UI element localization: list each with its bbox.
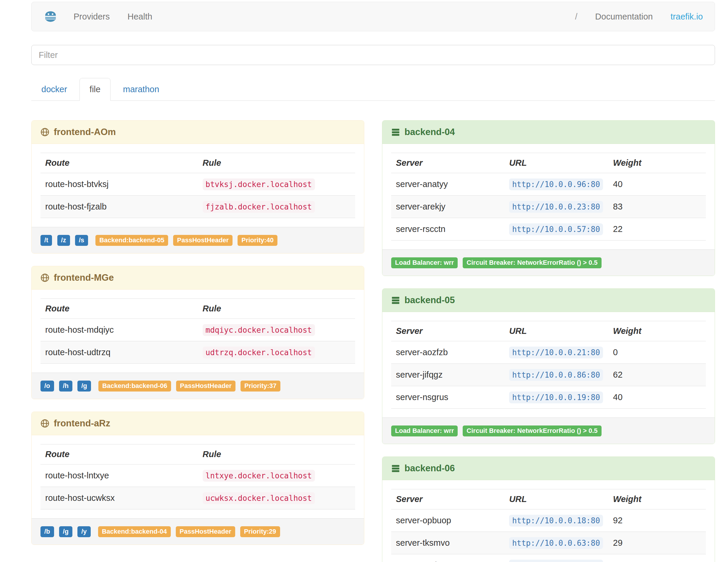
tab-docker[interactable]: docker <box>31 78 77 101</box>
weight-value: 92 <box>608 509 706 532</box>
url-code: http://10.0.0.86:80 <box>509 369 603 381</box>
table-header-row: Route Rule <box>40 444 355 464</box>
weight-value: 57 <box>608 554 706 562</box>
rule-cell: btvksj.docker.localhost <box>198 173 355 196</box>
frontend-panel-body: Route Rule route-host-lntxye lntxye.dock… <box>32 435 364 518</box>
entrypoint-badge: /o <box>40 381 54 392</box>
page: Providers Health / Documentation traefik… <box>31 2 715 562</box>
navbar: Providers Health / Documentation traefik… <box>31 2 715 31</box>
route-row: route-host-fjzalb fjzalb.docker.localhos… <box>40 196 355 218</box>
routes-table: Route Rule route-host-lntxye lntxye.dock… <box>40 444 355 509</box>
entrypoint-badge: /z <box>57 235 70 246</box>
url-cell: http://10.0.0.96:80 <box>504 173 608 196</box>
server-name: server-nsgrus <box>391 386 504 409</box>
tab-marathon[interactable]: marathon <box>113 78 169 101</box>
frontend-panel-body: Route Rule route-host-btvksj btvksj.dock… <box>32 144 364 227</box>
route-name: route-host-lntxye <box>40 464 198 487</box>
nav-traefik-io[interactable]: traefik.io <box>662 12 712 22</box>
passhostheader-badge: PassHostHeader <box>176 526 235 537</box>
priority-badge: Priority:40 <box>238 235 277 246</box>
routes-table: Route Rule route-host-btvksj btvksj.dock… <box>40 153 355 218</box>
weight-value: 62 <box>608 364 706 386</box>
route-column-header: Route <box>40 299 198 319</box>
url-cell: http://10.0.0.63:80 <box>504 532 608 554</box>
entrypoint-badge: /g <box>77 381 91 392</box>
rule-code: lntxye.docker.localhost <box>203 470 315 482</box>
url-cell: http://10.0.0.83:80 <box>504 554 608 562</box>
globe-icon <box>40 128 49 137</box>
frontend-panel-footer: /t /z /s Backend:backend-05 PassHostHead… <box>32 227 364 253</box>
url-column-header: URL <box>504 321 608 341</box>
nav-documentation[interactable]: Documentation <box>586 12 662 22</box>
nav-providers[interactable]: Providers <box>65 12 119 22</box>
rule-column-header: Rule <box>198 153 355 173</box>
weight-column-header: Weight <box>608 321 706 341</box>
nav-health[interactable]: Health <box>119 12 161 22</box>
passhostheader-badge: PassHostHeader <box>176 381 235 392</box>
frontends-column: frontend-AOm Route Rule ro <box>31 120 364 557</box>
rule-cell: lntxye.docker.localhost <box>198 464 355 487</box>
weight-value: 22 <box>608 218 706 241</box>
servers-table: Server URL Weight server-aozfzb http://1… <box>391 321 706 409</box>
url-code: http://10.0.0.63:80 <box>509 537 603 549</box>
load-balancer-badge: Load Balancer: wrr <box>391 257 458 268</box>
url-cell: http://10.0.0.21:80 <box>504 341 608 364</box>
weight-column-header: Weight <box>608 153 706 173</box>
table-header-row: Server URL Weight <box>391 321 706 341</box>
frontend-panel-heading: frontend-MGe <box>32 266 364 290</box>
frontend-panel-title: frontend-AOm <box>54 127 116 137</box>
rule-code: fjzalb.docker.localhost <box>203 201 315 213</box>
weight-value: 40 <box>608 173 706 196</box>
backend-panel-body: Server URL Weight server-aozfzb http://1… <box>382 312 715 418</box>
server-row: server-nsgrus http://10.0.0.19:80 40 <box>391 386 706 409</box>
route-row: route-host-mdqiyc mdqiyc.docker.localhos… <box>40 319 355 341</box>
server-row: server-rscctn http://10.0.0.57:80 22 <box>391 218 706 241</box>
rule-code: btvksj.docker.localhost <box>203 178 315 190</box>
backend-panel-title: backend-06 <box>404 463 455 474</box>
route-name: route-host-ucwksx <box>40 487 198 509</box>
backends-column: backend-04 Server URL Weight <box>382 120 715 562</box>
weight-value: 40 <box>608 386 706 409</box>
url-column-header: URL <box>504 153 608 173</box>
weight-column-header: Weight <box>608 489 706 509</box>
server-row: server-arekjy http://10.0.0.23:80 83 <box>391 196 706 218</box>
url-code: http://10.0.0.23:80 <box>509 201 603 213</box>
backend-panel-title: backend-04 <box>404 127 455 137</box>
url-code: http://10.0.0.96:80 <box>509 178 603 190</box>
load-balancer-badge: Load Balancer: wrr <box>391 425 458 436</box>
passhostheader-badge: PassHostHeader <box>173 235 233 246</box>
filter-input[interactable] <box>31 45 715 65</box>
entrypoint-badge: /y <box>77 526 90 537</box>
rule-code: mdqiyc.docker.localhost <box>203 324 315 336</box>
navbar-right: / Documentation traefik.io <box>566 12 712 22</box>
backend-panel-title: backend-05 <box>404 295 455 306</box>
rule-column-header: Rule <box>198 444 355 464</box>
frontend-panel-heading: frontend-AOm <box>32 121 364 144</box>
rule-column-header: Rule <box>198 299 355 319</box>
backend-panel: backend-04 Server URL Weight <box>382 120 715 276</box>
entrypoint-badge: /t <box>40 235 52 246</box>
server-name: server-opbuop <box>391 509 504 532</box>
server-name: server-anatyy <box>391 173 504 196</box>
content-row: frontend-AOm Route Rule ro <box>31 120 715 562</box>
route-column-header: Route <box>40 444 198 464</box>
priority-badge: Priority:29 <box>240 526 280 537</box>
entrypoint-badge: /b <box>40 526 54 537</box>
backend-panel-body: Server URL Weight server-anatyy http://1… <box>382 144 715 249</box>
route-row: route-host-btvksj btvksj.docker.localhos… <box>40 173 355 196</box>
backend-badge: Backend:backend-06 <box>98 381 171 392</box>
frontend-panel: frontend-aRz Route Rule ro <box>31 412 364 545</box>
route-row: route-host-ucwksx ucwksx.docker.localhos… <box>40 487 355 509</box>
server-column-header: Server <box>391 153 504 173</box>
frontend-panel: frontend-AOm Route Rule ro <box>31 120 364 254</box>
server-name: server-arekjy <box>391 196 504 218</box>
url-code: http://10.0.0.83:80 <box>509 560 603 562</box>
frontend-panel-heading: frontend-aRz <box>32 412 364 435</box>
server-row: server-opbuop http://10.0.0.18:80 92 <box>391 509 706 532</box>
traefik-logo[interactable] <box>35 10 65 23</box>
frontend-panel-footer: /o /h /g Backend:backend-06 PassHostHead… <box>32 373 364 399</box>
tab-file[interactable]: file <box>79 78 111 101</box>
servers-table: Server URL Weight server-anatyy http://1… <box>391 153 706 241</box>
table-header-row: Route Rule <box>40 153 355 173</box>
servers-table: Server URL Weight server-opbuop http://1… <box>391 489 706 562</box>
